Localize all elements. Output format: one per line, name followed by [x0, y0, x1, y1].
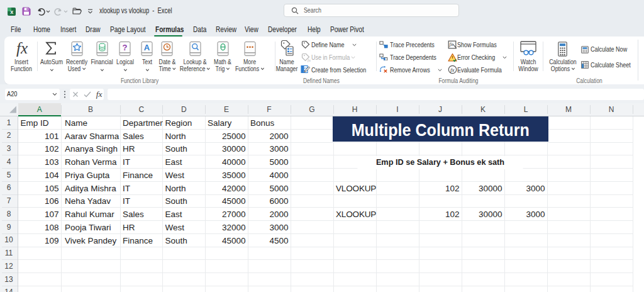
svg-text:fx: fx [449, 42, 453, 47]
svg-text:A: A [144, 42, 150, 52]
svg-text:fx: fx [450, 67, 455, 73]
svg-text:x: x [10, 9, 13, 15]
svg-text:fx: fx [16, 40, 28, 57]
svg-text:fx: fx [308, 58, 311, 62]
svg-text:fx: fx [96, 89, 103, 99]
svg-text:?: ? [123, 42, 128, 52]
